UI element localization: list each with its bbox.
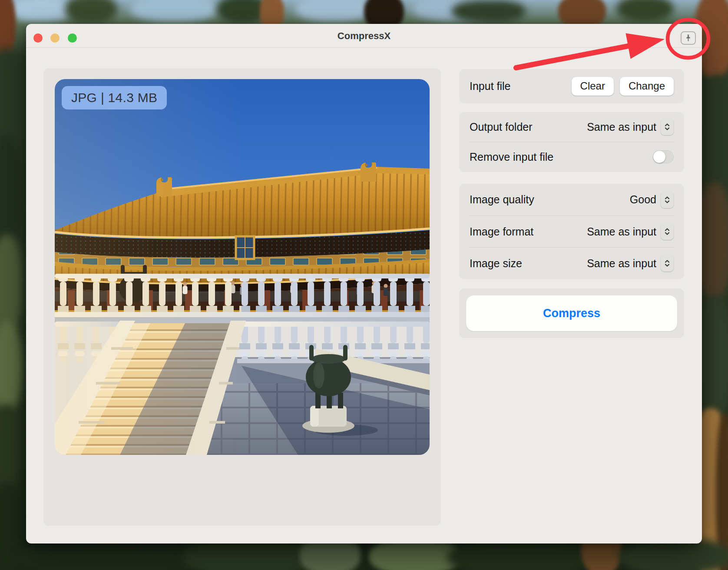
remove-input-file-toggle[interactable] [653,150,674,163]
input-file-card: Input file Clear Change [459,69,684,103]
image-format-value: Same as input [587,225,656,238]
chevron-up-down-icon [664,122,671,132]
output-folder-label: Output folder [470,121,533,133]
pin-window-button[interactable] [681,31,696,45]
image-quality-label: Image quality [470,193,534,206]
image-size-value: Same as input [587,257,656,270]
image-quality-dropdown[interactable] [661,192,674,208]
titlebar: CompressX [26,24,702,48]
pushpin-icon [684,33,693,43]
compress-button-label: Compress [543,307,600,320]
forbidden-city-photo [55,79,430,455]
preview-card: JPG | 14.3 MB [43,68,441,526]
file-info-badge: JPG | 14.3 MB [62,86,167,109]
chevron-up-down-icon [664,258,671,268]
compress-button[interactable]: Compress [466,295,677,331]
image-size-dropdown[interactable] [661,255,674,272]
image-quality-value: Good [630,193,656,206]
image-size-label: Image size [470,257,522,270]
compress-card: Compress [459,288,684,338]
clear-button[interactable]: Clear [572,77,614,96]
output-folder-value: Same as input [587,121,656,133]
input-file-label: Input file [470,80,511,93]
image-format-dropdown[interactable] [661,223,674,240]
chevron-up-down-icon [664,227,671,236]
file-info-label: JPG | 14.3 MB [71,90,157,105]
output-folder-dropdown[interactable] [661,119,674,135]
change-button[interactable]: Change [620,77,674,96]
chevron-up-down-icon [664,195,671,205]
image-format-label: Image format [470,225,533,238]
output-options-card: Output folder Same as input Remove input… [459,112,684,172]
toggle-knob [653,151,665,163]
image-preview: JPG | 14.3 MB [55,79,430,455]
app-window: CompressX [26,24,702,543]
window-title: CompressX [26,24,702,48]
screen: { "titlebar": { "title": "CompressX" }, … [0,0,728,570]
remove-input-file-label: Remove input file [470,151,553,163]
image-options-card: Image quality Good Image format Same as … [459,184,684,279]
